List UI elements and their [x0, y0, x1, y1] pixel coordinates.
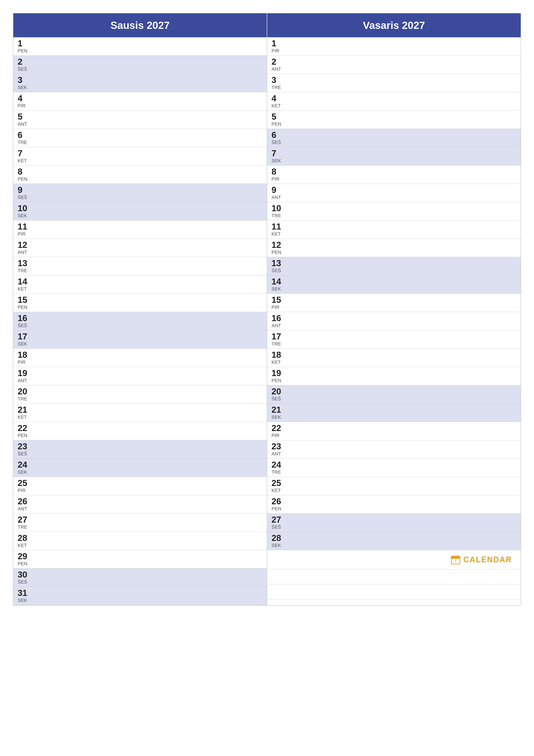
calendar-container: Sausis 2027 Vasaris 2027 1 PEN 2 ŠEŠ 3 S… [13, 13, 521, 606]
feb-day-row-1: 1 PIR [267, 37, 521, 56]
feb-day-row-26: 26 PEN [267, 495, 521, 514]
feb-day-row-20: 20 ŠEŠ [267, 385, 521, 404]
day-number: 23 [18, 442, 33, 451]
day-info: 10 TRE [271, 204, 287, 219]
day-number: 17 [271, 332, 287, 341]
day-name: PIR [18, 103, 33, 109]
feb-day-row-11: 11 KET [267, 221, 521, 239]
day-number: 19 [271, 369, 287, 377]
feb-day-row-5: 5 PEN [267, 111, 521, 129]
jan-day-row-23: 23 ŠEŠ [13, 440, 267, 459]
day-number: 27 [18, 515, 33, 524]
day-number: 14 [18, 277, 33, 286]
day-name: PEN [18, 433, 33, 438]
day-name: ANT [18, 378, 33, 383]
day-number: 7 [18, 149, 33, 157]
day-name: SEK [271, 543, 287, 548]
jan-day-row-13: 13 TRE [13, 257, 267, 275]
day-name: SEK [18, 341, 33, 347]
day-name: PEN [271, 121, 287, 127]
jan-day-row-28: 28 KET [13, 532, 267, 550]
day-name: ANT [18, 121, 33, 127]
day-info: 7 SEK [271, 149, 287, 164]
day-info: 11 PIR [18, 222, 33, 237]
day-number: 21 [271, 405, 287, 414]
jan-day-row-15: 15 PEN [13, 294, 267, 312]
day-number: 6 [271, 131, 287, 139]
days-container: 1 PEN 2 ŠEŠ 3 SEK 4 PIR 5 ANT 6 TRE 7 KE… [13, 37, 521, 605]
jan-day-row-24: 24 SEK [13, 459, 267, 477]
day-info: 20 ŠEŠ [271, 387, 287, 402]
day-name: KET [271, 231, 287, 237]
january-days: 1 PEN 2 ŠEŠ 3 SEK 4 PIR 5 ANT 6 TRE 7 KE… [13, 37, 267, 605]
empty-row [267, 584, 521, 600]
day-number: 6 [18, 131, 33, 139]
day-name: ŠEŠ [18, 579, 33, 585]
feb-day-row-12: 12 PEN [267, 239, 521, 257]
month-header-january: Sausis 2027 [13, 14, 267, 37]
day-info: 4 KET [271, 94, 287, 109]
day-name: ŠEŠ [271, 140, 287, 145]
day-info: 28 SEK [271, 534, 287, 548]
day-info: 24 SEK [18, 460, 33, 475]
feb-day-row-27: 27 ŠEŠ [267, 514, 521, 532]
day-number: 18 [271, 350, 287, 359]
month-header-february: Vasaris 2027 [267, 14, 521, 37]
day-number: 2 [271, 57, 287, 66]
day-info: 14 SEK [271, 277, 287, 292]
day-info: 12 ANT [18, 240, 33, 255]
day-name: ŠEŠ [18, 451, 33, 457]
day-number: 10 [271, 204, 287, 212]
day-name: KET [271, 103, 287, 109]
jan-day-row-9: 9 ŠEŠ [13, 184, 267, 202]
day-number: 5 [18, 112, 33, 121]
day-number: 20 [18, 387, 33, 396]
day-info: 6 TRE [18, 131, 33, 145]
feb-day-row-13: 13 ŠEŠ [267, 257, 521, 275]
day-info: 13 TRE [18, 259, 33, 274]
feb-day-row-23: 23 ANT [267, 440, 521, 459]
feb-day-row-4: 4 KET [267, 92, 521, 111]
day-number: 12 [271, 240, 287, 249]
day-name: SEK [18, 470, 33, 475]
day-number: 4 [271, 94, 287, 103]
jan-day-row-25: 25 PIR [13, 477, 267, 495]
jan-day-row-16: 16 ŠEŠ [13, 312, 267, 330]
svg-text:7: 7 [455, 559, 457, 563]
day-name: ANT [18, 506, 33, 512]
day-number: 24 [18, 460, 33, 469]
day-info: 1 PIR [271, 39, 287, 54]
day-info: 17 TRE [271, 332, 287, 347]
day-name: PEN [18, 561, 33, 567]
jan-day-row-11: 11 PIR [13, 221, 267, 239]
day-name: PEN [271, 506, 287, 512]
day-info: 18 PIR [18, 350, 33, 365]
feb-day-row-10: 10 TRE [267, 202, 521, 221]
day-name: TRE [18, 140, 33, 145]
feb-day-row-3: 3 TRE [267, 74, 521, 92]
jan-day-row-30: 30 ŠEŠ [13, 569, 267, 587]
jan-day-row-12: 12 ANT [13, 239, 267, 257]
day-name: SEK [18, 85, 33, 90]
day-name: ŠEŠ [18, 323, 33, 328]
day-info: 21 SEK [271, 405, 287, 420]
logo-area: 7 CALENDAR [267, 550, 521, 569]
day-info: 5 ANT [18, 112, 33, 127]
day-name: PIR [271, 176, 287, 182]
day-name: TRE [271, 213, 287, 219]
day-number: 13 [18, 259, 33, 267]
day-name: TRE [18, 524, 33, 530]
day-name: ŠEŠ [271, 396, 287, 402]
day-name: KET [271, 360, 287, 365]
svg-rect-1 [451, 556, 460, 559]
jan-day-row-26: 26 ANT [13, 495, 267, 514]
day-number: 31 [18, 588, 33, 597]
day-info: 18 KET [271, 350, 287, 365]
day-number: 3 [271, 76, 287, 84]
day-info: 30 ŠEŠ [18, 570, 33, 585]
day-number: 25 [271, 479, 287, 487]
day-info: 11 KET [271, 222, 287, 237]
jan-day-row-2: 2 ŠEŠ [13, 56, 267, 74]
day-name: TRE [271, 341, 287, 347]
jan-day-row-3: 3 SEK [13, 74, 267, 92]
